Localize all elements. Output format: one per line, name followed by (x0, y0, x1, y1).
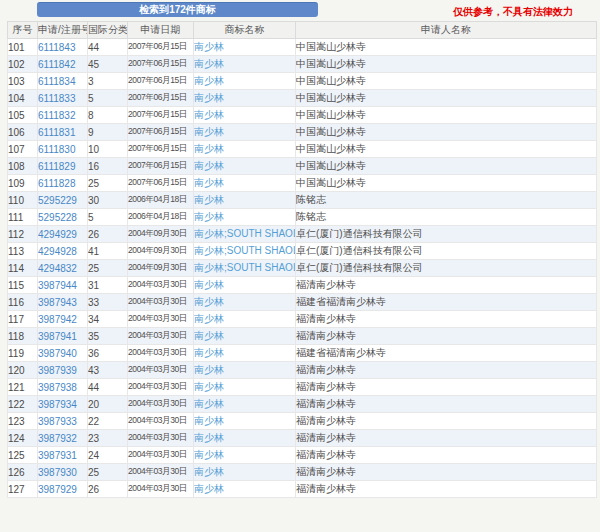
registration-number-link[interactable]: 3987944 (38, 277, 88, 294)
intl-class-value: 34 (88, 311, 128, 328)
trademark-name-link[interactable]: 南少林 (194, 124, 296, 141)
registration-number-link[interactable]: 3987930 (38, 464, 88, 481)
trademark-name-link[interactable]: 南少林 (194, 39, 296, 56)
serial-number: 110 (8, 192, 38, 209)
registration-number-link[interactable]: 3987929 (38, 481, 88, 498)
serial-number: 119 (8, 345, 38, 362)
results-count-banner: 检索到172件商标 (37, 2, 318, 17)
trademark-name-link[interactable]: 南少林 (194, 107, 296, 124)
application-date: 2007年06月15日 (128, 73, 194, 90)
registration-number-link[interactable]: 6111832 (38, 107, 88, 124)
intl-class-value: 33 (88, 294, 128, 311)
trademark-name-link[interactable]: 南少林;SOUTH SHAOLIN TEMPLE (194, 243, 296, 260)
trademark-name-link[interactable]: 南少林 (194, 447, 296, 464)
registration-number-link[interactable]: 6111833 (38, 90, 88, 107)
application-date: 2007年06月15日 (128, 124, 194, 141)
applicant-name: 福清南少林寺 (296, 447, 597, 464)
applicant-name: 卓仁(厦门)通信科技有限公司 (296, 243, 597, 260)
registration-number-link[interactable]: 6111828 (38, 175, 88, 192)
applicant-name: 福清南少林寺 (296, 396, 597, 413)
intl-class-value: 22 (88, 413, 128, 430)
registration-number-link[interactable]: 4294928 (38, 243, 88, 260)
registration-number-link[interactable]: 3987933 (38, 413, 88, 430)
trademark-name-link[interactable]: 南少林 (194, 362, 296, 379)
table-row: 112 4294929 26 2004年09月30日 南少林;SOUTH SHA… (8, 226, 597, 243)
application-date: 2007年06月15日 (128, 56, 194, 73)
trademark-results-table: 序号 申请/注册号 国际分类 申请日期 商标名称 申请人名称 101 61118… (7, 21, 597, 498)
trademark-name-link[interactable]: 南少林 (194, 158, 296, 175)
registration-number-link[interactable]: 3987941 (38, 328, 88, 345)
serial-number: 124 (8, 430, 38, 447)
trademark-name-link[interactable]: 南少林 (194, 413, 296, 430)
applicant-name: 中国嵩山少林寺 (296, 158, 597, 175)
application-date: 2007年06月15日 (128, 175, 194, 192)
serial-number: 126 (8, 464, 38, 481)
trademark-name-link[interactable]: 南少林 (194, 277, 296, 294)
application-date: 2004年03月30日 (128, 311, 194, 328)
trademark-name-link[interactable]: 南少林 (194, 396, 296, 413)
trademark-name-link[interactable]: 南少林;SOUTH SHAOLIN TEMPLE (194, 260, 296, 277)
registration-number-link[interactable]: 3987940 (38, 345, 88, 362)
trademark-name-link[interactable]: 南少林 (194, 481, 296, 498)
table-row: 122 3987934 20 2004年03月30日 南少林 福清南少林寺 (8, 396, 597, 413)
registration-number-link[interactable]: 6111843 (38, 39, 88, 56)
registration-number-link[interactable]: 3987943 (38, 294, 88, 311)
registration-number-link[interactable]: 5295228 (38, 209, 88, 226)
table-row: 118 3987941 35 2004年03月30日 南少林 福清南少林寺 (8, 328, 597, 345)
table-row: 104 6111833 5 2007年06月15日 南少林 中国嵩山少林寺 (8, 90, 597, 107)
intl-class-value: 30 (88, 192, 128, 209)
column-header-reg-number: 申请/注册号 (38, 22, 88, 39)
trademark-name-link[interactable]: 南少林 (194, 192, 296, 209)
trademark-name-link[interactable]: 南少林 (194, 430, 296, 447)
trademark-name-link[interactable]: 南少林;SOUTH SHAOLIN TEMPLE (194, 226, 296, 243)
intl-class-value: 8 (88, 107, 128, 124)
registration-number-link[interactable]: 3987932 (38, 430, 88, 447)
registration-number-link[interactable]: 4294832 (38, 260, 88, 277)
intl-class-value: 25 (88, 464, 128, 481)
serial-number: 123 (8, 413, 38, 430)
trademark-name-link[interactable]: 南少林 (194, 90, 296, 107)
intl-class-value: 20 (88, 396, 128, 413)
trademark-name-link[interactable]: 南少林 (194, 345, 296, 362)
intl-class-value: 5 (88, 90, 128, 107)
registration-number-link[interactable]: 6111831 (38, 124, 88, 141)
applicant-name: 中国嵩山少林寺 (296, 90, 597, 107)
registration-number-link[interactable]: 5295229 (38, 192, 88, 209)
table-row: 120 3987939 43 2004年03月30日 南少林 福清南少林寺 (8, 362, 597, 379)
trademark-name-link[interactable]: 南少林 (194, 294, 296, 311)
trademark-name-link[interactable]: 南少林 (194, 73, 296, 90)
registration-number-link[interactable]: 3987942 (38, 311, 88, 328)
registration-number-link[interactable]: 6111842 (38, 56, 88, 73)
application-date: 2006年04月18日 (128, 209, 194, 226)
table-row: 113 4294928 41 2004年09月30日 南少林;SOUTH SHA… (8, 243, 597, 260)
trademark-name-link[interactable]: 南少林 (194, 141, 296, 158)
trademark-name-link[interactable]: 南少林 (194, 175, 296, 192)
registration-number-link[interactable]: 4294929 (38, 226, 88, 243)
intl-class-value: 3 (88, 73, 128, 90)
trademark-name-link[interactable]: 南少林 (194, 209, 296, 226)
registration-number-link[interactable]: 3987934 (38, 396, 88, 413)
applicant-name: 福清南少林寺 (296, 328, 597, 345)
table-row: 116 3987943 33 2004年03月30日 南少林 福建省福清南少林寺 (8, 294, 597, 311)
registration-number-link[interactable]: 6111829 (38, 158, 88, 175)
application-date: 2004年03月30日 (128, 277, 194, 294)
registration-number-link[interactable]: 6111830 (38, 141, 88, 158)
table-row: 107 6111830 10 2007年06月15日 南少林 中国嵩山少林寺 (8, 141, 597, 158)
registration-number-link[interactable]: 3987938 (38, 379, 88, 396)
application-date: 2007年06月15日 (128, 107, 194, 124)
trademark-name-link[interactable]: 南少林 (194, 311, 296, 328)
applicant-name: 中国嵩山少林寺 (296, 73, 597, 90)
applicant-name: 福清南少林寺 (296, 413, 597, 430)
table-body: 101 6111843 44 2007年06月15日 南少林 中国嵩山少林寺 1… (8, 39, 597, 498)
table-row: 108 6111829 16 2007年06月15日 南少林 中国嵩山少林寺 (8, 158, 597, 175)
trademark-name-link[interactable]: 南少林 (194, 328, 296, 345)
registration-number-link[interactable]: 6111834 (38, 73, 88, 90)
trademark-name-link[interactable]: 南少林 (194, 379, 296, 396)
registration-number-link[interactable]: 3987931 (38, 447, 88, 464)
serial-number: 113 (8, 243, 38, 260)
trademark-name-link[interactable]: 南少林 (194, 56, 296, 73)
registration-number-link[interactable]: 3987939 (38, 362, 88, 379)
application-date: 2004年03月30日 (128, 362, 194, 379)
intl-class-value: 36 (88, 345, 128, 362)
trademark-name-link[interactable]: 南少林 (194, 464, 296, 481)
